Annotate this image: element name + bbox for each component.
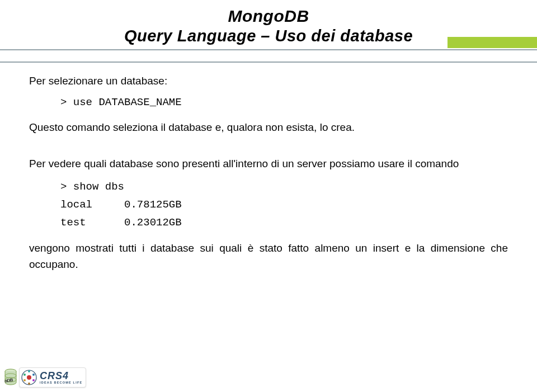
svg-point-5 [23,374,26,376]
crs4-logo-text: CRS4 [40,371,82,381]
crs4-mark-icon [21,369,37,386]
database-icon: oDB [4,369,17,388]
paragraph-show-dbs-intro: Per vedere quali database sono presenti … [29,155,508,172]
accent-bar [447,37,537,48]
paragraph-explain-use: Questo comando seleziona il database e, … [29,119,508,135]
slide-header: MongoDB Query Language – Uso dei databas… [0,0,537,45]
paragraph-show-dbs-explain: vengono mostrati tutti i database sui qu… [29,240,508,273]
svg-point-7 [23,379,26,381]
footer-logos: oDB CRS4 IDEAS BECOME LIFE [4,367,86,388]
crs4-logo: CRS4 IDEAS BECOME LIFE [19,367,86,388]
code-show-dbs: > show dbs local 0.78125GB test 0.23012G… [60,178,508,232]
code-use-db: > use DATABASE_NAME [60,95,508,111]
svg-point-10 [28,382,30,385]
divider-band [0,49,537,63]
slide-content: Per selezionare un database: > use DATAB… [29,73,508,277]
crs4-logo-tagline: IDEAS BECOME LIFE [40,381,82,385]
svg-point-8 [32,379,35,381]
svg-point-4 [27,375,31,380]
slide-title: MongoDB [0,7,537,26]
svg-point-6 [32,374,35,376]
paragraph-select-db: Per selezionare un database: [29,73,508,89]
svg-point-9 [28,370,30,372]
